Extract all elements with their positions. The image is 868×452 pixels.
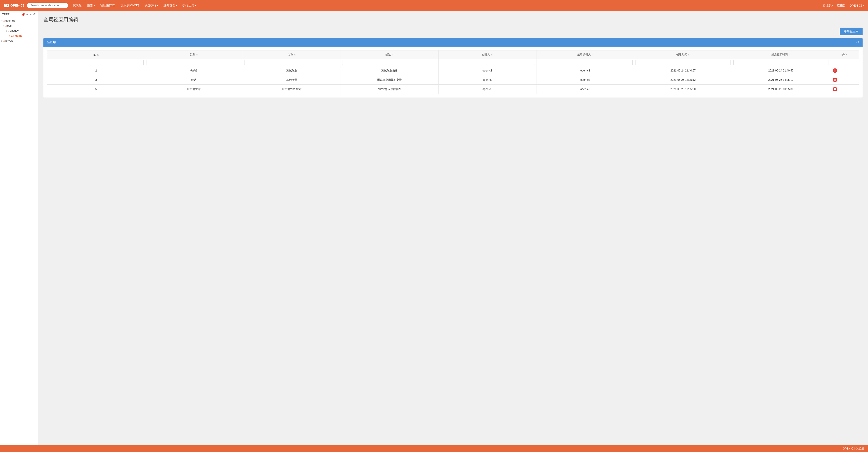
header-right: 管理员▾ 连接器 OPEN-C3▾ xyxy=(823,3,864,7)
filter-type[interactable] xyxy=(147,60,242,65)
cell-created-at: 2021-05-24 21:40:57 xyxy=(634,66,732,76)
card-title: 轻应用 xyxy=(47,40,56,44)
logo: C3 OPEN-C3 xyxy=(4,4,24,7)
tree-node-label: c3_demo xyxy=(11,34,22,37)
cell-desc: 测试作业描述 xyxy=(341,66,438,76)
sidebar: TREE 📌 + − ↺ ▾ □ open-c3 ▾ □ ops ▾ □ ops… xyxy=(0,11,38,445)
col-creator[interactable]: 创建人⇅ xyxy=(438,51,536,59)
nav-item-business[interactable]: 业务管理▾ xyxy=(161,2,179,9)
col-id[interactable]: ID⇅ xyxy=(47,51,145,59)
admin-menu[interactable]: 管理员▾ xyxy=(823,3,833,7)
table-row: 3 默认 其他变量 测试轻应用其他变量 open-c3 open-c3 2021… xyxy=(47,76,859,85)
table-header-row: ID⇅ 类型⇅ 名称⇅ 描述⇅ 创建人⇅ 最后编辑人⇅ 创建时间⇅ 最后更新时间… xyxy=(47,51,859,59)
cell-id: 5 xyxy=(47,85,145,94)
sidebar-add-icon[interactable]: + xyxy=(27,13,28,16)
card-header: 轻应用 ↺ xyxy=(43,38,863,47)
col-last-editor[interactable]: 最后编辑人⇅ xyxy=(536,51,634,59)
list-icon: ≡ xyxy=(9,34,10,37)
cell-type: 应用群发布 xyxy=(145,85,243,94)
nav-item-co[interactable]: 轻应用[CO] xyxy=(98,2,117,9)
chevron-right-icon: ▸ xyxy=(1,39,2,42)
logo-icon: C3 xyxy=(4,4,9,7)
add-app-button[interactable]: 添加轻应用 xyxy=(840,28,863,35)
filter-creator[interactable] xyxy=(440,60,535,65)
cell-actions: ✕ xyxy=(830,66,859,76)
add-btn-row: 添加轻应用 xyxy=(43,28,863,35)
folder-icon: □ xyxy=(3,39,5,42)
sidebar-actions: 📌 + − ↺ xyxy=(21,13,35,16)
cell-updated-at: 2021-05-25 14:35:12 xyxy=(732,76,830,85)
delete-icon: ✕ xyxy=(833,87,837,91)
cell-creator: open-c3 xyxy=(438,85,536,94)
table-row: 5 应用群发布 应用群:abc 发布 abc业务应用群发布 open-c3 op… xyxy=(47,85,859,94)
cell-last-editor: open-c3 xyxy=(536,85,634,94)
col-created-at[interactable]: 创建时间⇅ xyxy=(634,51,732,59)
nav-item-history[interactable]: 执行历史▾ xyxy=(180,2,198,9)
filter-last-editor[interactable] xyxy=(538,60,633,65)
delete-button[interactable]: ✕ xyxy=(833,68,837,73)
cell-updated-at: 2021-05-29 10:55:30 xyxy=(732,85,830,94)
sidebar-header: TREE 📌 + − ↺ xyxy=(0,11,38,18)
chevron-down-icon: ▾ xyxy=(3,25,4,27)
tree-node-label: open-c3 xyxy=(5,19,15,22)
table-body: 2 分类1 测试作业 测试作业描述 open-c3 open-c3 2021-0… xyxy=(47,66,859,94)
folder-icon: □ xyxy=(5,24,6,27)
filter-created-at[interactable] xyxy=(636,60,731,65)
chevron-down-icon: ▾ xyxy=(1,20,2,22)
sidebar-pin-icon[interactable]: 📌 xyxy=(21,13,25,16)
delete-button[interactable]: ✕ xyxy=(833,78,837,82)
open-c3-menu[interactable]: OPEN-C3▾ xyxy=(849,4,864,7)
cell-id: 2 xyxy=(47,66,145,76)
tree-node-opsdev[interactable]: ▾ □ opsdev xyxy=(0,28,38,33)
nav-item-dashboard[interactable]: 仪表盘 xyxy=(70,2,84,9)
cell-last-editor: open-c3 xyxy=(536,76,634,85)
main-content: 全局轻应用编辑 添加轻应用 轻应用 ↺ ID⇅ 类型⇅ 名称⇅ 描述⇅ 创 xyxy=(38,11,868,445)
search-input[interactable] xyxy=(27,3,68,8)
filter-desc[interactable] xyxy=(342,60,437,65)
tree-node-ops[interactable]: ▾ □ ops xyxy=(0,23,38,28)
cell-created-at: 2021-05-29 10:55:30 xyxy=(634,85,732,94)
cell-type: 分类1 xyxy=(145,66,243,76)
cell-last-editor: open-c3 xyxy=(536,66,634,76)
tree-node-label: private xyxy=(5,39,13,42)
logo-text: OPEN-C3 xyxy=(10,4,24,7)
sidebar-minus-icon[interactable]: − xyxy=(30,13,31,16)
connector-link[interactable]: 连接器 xyxy=(837,3,846,7)
footer-text: OPEN-C3 © 2021 xyxy=(843,447,864,450)
tree-node-open-c3[interactable]: ▾ □ open-c3 xyxy=(0,18,38,23)
table-filter-row xyxy=(47,59,859,66)
cell-creator: open-c3 xyxy=(438,76,536,85)
delete-button[interactable]: ✕ xyxy=(833,87,837,91)
tree-node-label: ops xyxy=(7,24,11,27)
tree-label: TREE xyxy=(2,13,9,16)
app-card: 轻应用 ↺ ID⇅ 类型⇅ 名称⇅ 描述⇅ 创建人⇅ 最后编辑人⇅ 创建时间⇅ xyxy=(43,38,863,97)
cell-name: 应用群:abc 发布 xyxy=(243,85,341,94)
col-name[interactable]: 名称⇅ xyxy=(243,51,341,59)
filter-name[interactable] xyxy=(244,60,339,65)
app-layout: TREE 📌 + − ↺ ▾ □ open-c3 ▾ □ ops ▾ □ ops… xyxy=(0,11,868,445)
folder-icon: □ xyxy=(8,29,9,32)
cell-updated-at: 2021-05-24 21:40:57 xyxy=(732,66,830,76)
nav-item-cicd[interactable]: 流水线[CI/CD] xyxy=(118,2,141,9)
col-type[interactable]: 类型⇅ xyxy=(145,51,243,59)
filter-id[interactable] xyxy=(49,60,144,65)
delete-icon: ✕ xyxy=(833,68,837,73)
col-updated-at[interactable]: 最后更新时间⇅ xyxy=(732,51,830,59)
nav-item-reports[interactable]: 报告▾ xyxy=(85,2,97,9)
app-table: ID⇅ 类型⇅ 名称⇅ 描述⇅ 创建人⇅ 最后编辑人⇅ 创建时间⇅ 最后更新时间… xyxy=(47,50,859,94)
cell-type: 默认 xyxy=(145,76,243,85)
refresh-icon[interactable]: ↺ xyxy=(856,40,859,44)
delete-icon: ✕ xyxy=(833,78,837,82)
nav-item-quick[interactable]: 快速执行▾ xyxy=(142,2,160,9)
cell-desc: abc业务应用群发布 xyxy=(341,85,438,94)
cell-actions: ✕ xyxy=(830,85,859,94)
folder-icon: □ xyxy=(3,20,5,22)
tree-node-c3-demo[interactable]: ≡ c3_demo xyxy=(0,33,38,38)
col-desc[interactable]: 描述⇅ xyxy=(341,51,438,59)
cell-name: 测试作业 xyxy=(243,66,341,76)
filter-updated-at[interactable] xyxy=(734,60,829,65)
sidebar-refresh-icon[interactable]: ↺ xyxy=(33,13,35,16)
chevron-down-icon: ▾ xyxy=(6,30,7,32)
tree-node-private[interactable]: ▸ □ private xyxy=(0,38,38,43)
main-nav: 仪表盘 报告▾ 轻应用[CO] 流水线[CI/CD] 快速执行▾ 业务管理▾ 执… xyxy=(70,2,820,9)
